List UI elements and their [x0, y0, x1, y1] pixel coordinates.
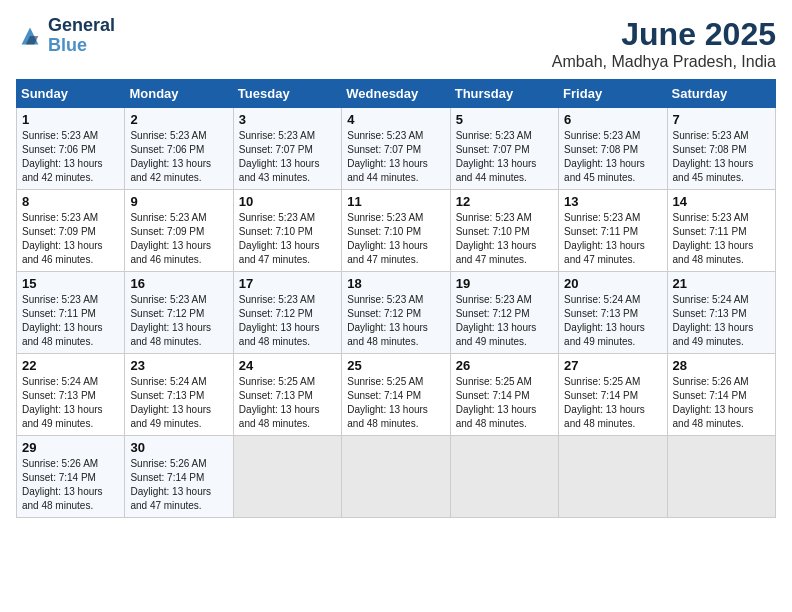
calendar-cell — [667, 436, 775, 518]
header-cell-friday: Friday — [559, 80, 667, 108]
cell-info: Sunrise: 5:26 AM Sunset: 7:14 PM Dayligh… — [673, 375, 770, 431]
header-cell-saturday: Saturday — [667, 80, 775, 108]
day-number: 7 — [673, 112, 770, 127]
day-number: 10 — [239, 194, 336, 209]
logo-line1: General — [48, 16, 115, 36]
week-row-3: 15Sunrise: 5:23 AM Sunset: 7:11 PM Dayli… — [17, 272, 776, 354]
day-number: 19 — [456, 276, 553, 291]
day-number: 13 — [564, 194, 661, 209]
day-number: 1 — [22, 112, 119, 127]
cell-info: Sunrise: 5:23 AM Sunset: 7:10 PM Dayligh… — [347, 211, 444, 267]
header-cell-sunday: Sunday — [17, 80, 125, 108]
cell-info: Sunrise: 5:23 AM Sunset: 7:07 PM Dayligh… — [239, 129, 336, 185]
calendar-cell: 10Sunrise: 5:23 AM Sunset: 7:10 PM Dayli… — [233, 190, 341, 272]
calendar-cell: 14Sunrise: 5:23 AM Sunset: 7:11 PM Dayli… — [667, 190, 775, 272]
week-row-4: 22Sunrise: 5:24 AM Sunset: 7:13 PM Dayli… — [17, 354, 776, 436]
calendar-cell: 21Sunrise: 5:24 AM Sunset: 7:13 PM Dayli… — [667, 272, 775, 354]
cell-info: Sunrise: 5:23 AM Sunset: 7:10 PM Dayligh… — [456, 211, 553, 267]
day-number: 18 — [347, 276, 444, 291]
calendar-cell: 28Sunrise: 5:26 AM Sunset: 7:14 PM Dayli… — [667, 354, 775, 436]
cell-info: Sunrise: 5:23 AM Sunset: 7:11 PM Dayligh… — [564, 211, 661, 267]
day-number: 17 — [239, 276, 336, 291]
calendar-cell: 27Sunrise: 5:25 AM Sunset: 7:14 PM Dayli… — [559, 354, 667, 436]
calendar-cell: 26Sunrise: 5:25 AM Sunset: 7:14 PM Dayli… — [450, 354, 558, 436]
calendar-cell: 9Sunrise: 5:23 AM Sunset: 7:09 PM Daylig… — [125, 190, 233, 272]
day-number: 11 — [347, 194, 444, 209]
header-cell-wednesday: Wednesday — [342, 80, 450, 108]
calendar-cell: 16Sunrise: 5:23 AM Sunset: 7:12 PM Dayli… — [125, 272, 233, 354]
cell-info: Sunrise: 5:24 AM Sunset: 7:13 PM Dayligh… — [130, 375, 227, 431]
calendar-cell: 7Sunrise: 5:23 AM Sunset: 7:08 PM Daylig… — [667, 108, 775, 190]
cell-info: Sunrise: 5:25 AM Sunset: 7:14 PM Dayligh… — [347, 375, 444, 431]
calendar-cell: 19Sunrise: 5:23 AM Sunset: 7:12 PM Dayli… — [450, 272, 558, 354]
day-number: 29 — [22, 440, 119, 455]
cell-info: Sunrise: 5:23 AM Sunset: 7:12 PM Dayligh… — [456, 293, 553, 349]
cell-info: Sunrise: 5:23 AM Sunset: 7:12 PM Dayligh… — [347, 293, 444, 349]
day-number: 24 — [239, 358, 336, 373]
day-number: 4 — [347, 112, 444, 127]
logo-line2: Blue — [48, 36, 115, 56]
calendar-cell: 5Sunrise: 5:23 AM Sunset: 7:07 PM Daylig… — [450, 108, 558, 190]
logo: General Blue — [16, 16, 115, 56]
cell-info: Sunrise: 5:24 AM Sunset: 7:13 PM Dayligh… — [22, 375, 119, 431]
calendar-title: June 2025 — [552, 16, 776, 53]
header-cell-monday: Monday — [125, 80, 233, 108]
day-number: 12 — [456, 194, 553, 209]
calendar-cell: 11Sunrise: 5:23 AM Sunset: 7:10 PM Dayli… — [342, 190, 450, 272]
calendar-cell: 18Sunrise: 5:23 AM Sunset: 7:12 PM Dayli… — [342, 272, 450, 354]
cell-info: Sunrise: 5:23 AM Sunset: 7:08 PM Dayligh… — [673, 129, 770, 185]
calendar-cell: 4Sunrise: 5:23 AM Sunset: 7:07 PM Daylig… — [342, 108, 450, 190]
calendar-cell: 20Sunrise: 5:24 AM Sunset: 7:13 PM Dayli… — [559, 272, 667, 354]
calendar-cell: 30Sunrise: 5:26 AM Sunset: 7:14 PM Dayli… — [125, 436, 233, 518]
calendar-cell: 17Sunrise: 5:23 AM Sunset: 7:12 PM Dayli… — [233, 272, 341, 354]
day-number: 28 — [673, 358, 770, 373]
day-number: 3 — [239, 112, 336, 127]
day-number: 25 — [347, 358, 444, 373]
calendar-cell: 12Sunrise: 5:23 AM Sunset: 7:10 PM Dayli… — [450, 190, 558, 272]
calendar-cell: 22Sunrise: 5:24 AM Sunset: 7:13 PM Dayli… — [17, 354, 125, 436]
day-number: 15 — [22, 276, 119, 291]
week-row-2: 8Sunrise: 5:23 AM Sunset: 7:09 PM Daylig… — [17, 190, 776, 272]
header: General Blue June 2025 Ambah, Madhya Pra… — [16, 16, 776, 71]
day-number: 27 — [564, 358, 661, 373]
calendar-cell — [559, 436, 667, 518]
cell-info: Sunrise: 5:23 AM Sunset: 7:11 PM Dayligh… — [22, 293, 119, 349]
day-number: 22 — [22, 358, 119, 373]
cell-info: Sunrise: 5:24 AM Sunset: 7:13 PM Dayligh… — [564, 293, 661, 349]
calendar-cell: 29Sunrise: 5:26 AM Sunset: 7:14 PM Dayli… — [17, 436, 125, 518]
cell-info: Sunrise: 5:23 AM Sunset: 7:11 PM Dayligh… — [673, 211, 770, 267]
calendar-subtitle: Ambah, Madhya Pradesh, India — [552, 53, 776, 71]
day-number: 6 — [564, 112, 661, 127]
calendar-cell — [233, 436, 341, 518]
cell-info: Sunrise: 5:23 AM Sunset: 7:12 PM Dayligh… — [130, 293, 227, 349]
calendar-table: SundayMondayTuesdayWednesdayThursdayFrid… — [16, 79, 776, 518]
day-number: 26 — [456, 358, 553, 373]
calendar-cell: 2Sunrise: 5:23 AM Sunset: 7:06 PM Daylig… — [125, 108, 233, 190]
title-area: June 2025 Ambah, Madhya Pradesh, India — [552, 16, 776, 71]
day-number: 20 — [564, 276, 661, 291]
header-cell-tuesday: Tuesday — [233, 80, 341, 108]
cell-info: Sunrise: 5:23 AM Sunset: 7:07 PM Dayligh… — [456, 129, 553, 185]
calendar-cell: 8Sunrise: 5:23 AM Sunset: 7:09 PM Daylig… — [17, 190, 125, 272]
calendar-cell: 25Sunrise: 5:25 AM Sunset: 7:14 PM Dayli… — [342, 354, 450, 436]
cell-info: Sunrise: 5:23 AM Sunset: 7:12 PM Dayligh… — [239, 293, 336, 349]
cell-info: Sunrise: 5:26 AM Sunset: 7:14 PM Dayligh… — [130, 457, 227, 513]
cell-info: Sunrise: 5:23 AM Sunset: 7:10 PM Dayligh… — [239, 211, 336, 267]
cell-info: Sunrise: 5:24 AM Sunset: 7:13 PM Dayligh… — [673, 293, 770, 349]
cell-info: Sunrise: 5:23 AM Sunset: 7:09 PM Dayligh… — [22, 211, 119, 267]
cell-info: Sunrise: 5:23 AM Sunset: 7:09 PM Dayligh… — [130, 211, 227, 267]
calendar-cell: 3Sunrise: 5:23 AM Sunset: 7:07 PM Daylig… — [233, 108, 341, 190]
cell-info: Sunrise: 5:25 AM Sunset: 7:14 PM Dayligh… — [564, 375, 661, 431]
calendar-cell — [450, 436, 558, 518]
cell-info: Sunrise: 5:23 AM Sunset: 7:06 PM Dayligh… — [22, 129, 119, 185]
cell-info: Sunrise: 5:23 AM Sunset: 7:08 PM Dayligh… — [564, 129, 661, 185]
cell-info: Sunrise: 5:23 AM Sunset: 7:07 PM Dayligh… — [347, 129, 444, 185]
calendar-cell: 23Sunrise: 5:24 AM Sunset: 7:13 PM Dayli… — [125, 354, 233, 436]
week-row-1: 1Sunrise: 5:23 AM Sunset: 7:06 PM Daylig… — [17, 108, 776, 190]
header-row: SundayMondayTuesdayWednesdayThursdayFrid… — [17, 80, 776, 108]
calendar-cell: 15Sunrise: 5:23 AM Sunset: 7:11 PM Dayli… — [17, 272, 125, 354]
day-number: 5 — [456, 112, 553, 127]
calendar-cell: 13Sunrise: 5:23 AM Sunset: 7:11 PM Dayli… — [559, 190, 667, 272]
header-cell-thursday: Thursday — [450, 80, 558, 108]
calendar-cell — [342, 436, 450, 518]
